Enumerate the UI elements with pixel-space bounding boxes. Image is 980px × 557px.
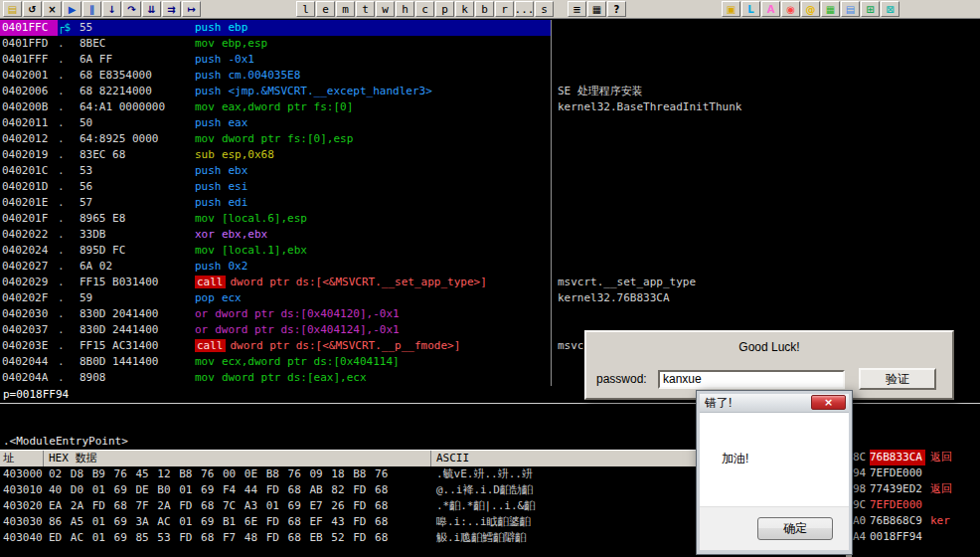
panel-letter-button[interactable]: k: [455, 1, 474, 17]
options-button[interactable]: ≡: [568, 1, 586, 17]
disasm-address: 0402037: [0, 322, 58, 338]
stack-row[interactable]: 94 7EFDE000: [853, 465, 980, 481]
operands: dword ptr fs:[0],esp: [222, 132, 353, 145]
password-input[interactable]: [658, 370, 845, 389]
disasm-row[interactable]: 0402029 . FF15 B031400 calldword ptr ds:…: [0, 275, 980, 290]
stack-comment: [925, 529, 980, 545]
disasm-comment: kernel32.BaseThreadInitThunk: [551, 99, 980, 115]
dump-address-header: 址: [0, 451, 44, 466]
step-over-button[interactable]: ↷: [122, 1, 141, 17]
panel-letter-button[interactable]: t: [356, 1, 375, 17]
panel-letter-button[interactable]: ...: [515, 1, 534, 17]
stack-value: 7EFDE000: [870, 465, 925, 481]
disasm-row[interactable]: 0402019 . 83EC 68 subesp,0x68: [0, 147, 980, 163]
plugin-icon[interactable]: ▦: [821, 1, 840, 17]
plugin-icon[interactable]: ◉: [781, 1, 800, 17]
panel-letter-button[interactable]: w: [376, 1, 395, 17]
plugin-icon[interactable]: ▣: [722, 1, 740, 17]
disasm-analysis-mark: .: [58, 163, 80, 179]
disasm-hex-bytes: 33DB: [80, 227, 195, 243]
close-icon-button[interactable]: ×: [43, 1, 62, 17]
disasm-row[interactable]: 0402024 . 895D FC mov[local.1],ebx: [0, 243, 980, 259]
animate-into-button[interactable]: ⇊: [142, 1, 161, 17]
verify-button[interactable]: 验证: [859, 368, 936, 390]
ok-button[interactable]: 确定: [757, 517, 833, 540]
step-into-button[interactable]: ↓: [102, 1, 121, 17]
disasm-row[interactable]: 0401FFF . 6A FF push-0x1: [0, 52, 980, 68]
disasm-row[interactable]: 040201F . 8965 E8 mov[local.6],esp: [0, 211, 980, 227]
disasm-row[interactable]: 040201E . 57 pushedi: [0, 195, 980, 211]
disasm-row[interactable]: 040201D . 56 pushesi: [0, 179, 980, 195]
stack-row[interactable]: 98 77439ED2 返回: [853, 481, 980, 497]
error-title: 错了!: [700, 395, 732, 412]
mnemonic: mov: [195, 37, 215, 50]
disasm-row[interactable]: 0402027 . 6A 02 push0x2: [0, 259, 980, 275]
plugin-icon[interactable]: @: [801, 1, 820, 17]
panel-letter-button[interactable]: h: [396, 1, 414, 17]
panel-letter-button[interactable]: l: [296, 1, 315, 17]
plugin-icon[interactable]: ⊞: [861, 1, 880, 17]
disasm-address: 040203E: [0, 338, 58, 354]
stack-row[interactable]: 9C 7EFDE000: [853, 497, 980, 513]
operands: esp,0x68: [222, 148, 274, 161]
execute-till-return-button[interactable]: ↦: [182, 1, 201, 17]
disasm-instruction: ordword ptr ds:[0x404120],-0x1: [195, 306, 551, 322]
plugin-icon[interactable]: ⊠: [881, 1, 899, 17]
plugin-icon[interactable]: L: [741, 1, 760, 17]
disasm-row[interactable]: 0402011 . 50 pusheax: [0, 115, 980, 131]
operands: -0x1: [229, 53, 255, 66]
mnemonic: mov: [195, 371, 215, 384]
stack-pane[interactable]: 8C 76B833CA 返回 94 7EFDE000 98 77439ED2 返…: [853, 450, 980, 545]
panel-letter-button[interactable]: r: [495, 1, 514, 17]
disasm-instruction: xorebx,ebx: [195, 227, 551, 243]
disasm-row[interactable]: 0402012 . 64:8925 0000 movdword ptr fs:[…: [0, 131, 980, 147]
stack-comment: 返回: [925, 481, 980, 497]
disasm-hex-bytes: 57: [80, 195, 195, 211]
disasm-analysis-mark: .: [58, 36, 80, 52]
disasm-row[interactable]: 0402022 . 33DB xorebx,ebx: [0, 227, 980, 243]
stack-row[interactable]: 8C 76B833CA 返回: [853, 450, 980, 465]
disasm-row[interactable]: 0401FFC ┌$ 55 pushebp: [0, 20, 980, 36]
error-footer: 确定: [700, 506, 849, 550]
plugin-icon[interactable]: ▤: [841, 1, 860, 17]
disasm-row[interactable]: 0402006 . 68 82214000 push<jmp.&MSVCRT._…: [0, 84, 980, 99]
close-button[interactable]: ×: [811, 395, 846, 410]
pause-button[interactable]: ∥: [82, 1, 101, 17]
panel-letter-button[interactable]: b: [475, 1, 494, 17]
plugin-buttons: ▣ L A ◉ @ ▦ ▤ ⊞ ⊠: [722, 1, 899, 17]
disasm-comment: [551, 52, 980, 68]
help-button[interactable]: ?: [607, 1, 626, 17]
dump-hex-bytes: 02 D8 B9 76 45 12 B8 76 00 0E B8 76 09 1…: [44, 466, 431, 482]
animate-over-button[interactable]: ⇉: [162, 1, 181, 17]
disasm-row[interactable]: 040201C . 53 pushebx: [0, 163, 980, 179]
panel-letter-button[interactable]: c: [415, 1, 434, 17]
disasm-row[interactable]: 040202F . 59 popecx kernel32.76B833CA: [0, 290, 980, 306]
disasm-hex-bytes: FF15 AC31400: [80, 338, 195, 354]
panel-letter-button[interactable]: e: [316, 1, 335, 17]
mnemonic: mov: [195, 355, 215, 368]
operands: eax,dword ptr fs:[0]: [222, 100, 353, 113]
disasm-instruction: push<jmp.&MSVCRT.__except_handler3>: [195, 84, 551, 99]
stack-row[interactable]: A0 76B868C9 ker: [853, 513, 980, 529]
error-title-bar[interactable]: 错了! ×: [700, 394, 849, 413]
stack-address: A4: [853, 529, 870, 545]
panel-letter-button[interactable]: s: [535, 1, 554, 17]
run-button[interactable]: ▶: [63, 1, 82, 17]
operands: [local.1],ebx: [222, 244, 307, 257]
open-file-button[interactable]: ▤: [3, 1, 22, 17]
stack-row[interactable]: A4 0018FF94: [853, 529, 980, 545]
disasm-row[interactable]: 0402030 . 830D 2041400 ordword ptr ds:[0…: [0, 306, 980, 322]
disasm-comment: [551, 36, 980, 52]
disasm-row[interactable]: 040200B . 64:A1 0000000 moveax,dword ptr…: [0, 99, 980, 115]
restart-button[interactable]: ↺: [23, 1, 42, 17]
plugin-icon[interactable]: A: [761, 1, 780, 17]
disasm-row[interactable]: 0402001 . 68 E8354000 pushcm.004035E8: [0, 68, 980, 84]
windows-button[interactable]: ▦: [587, 1, 606, 17]
panel-letter-button[interactable]: p: [435, 1, 454, 17]
disasm-row[interactable]: 0401FFD . 8BEC movebp,esp: [0, 36, 980, 52]
disasm-address: 040201F: [0, 211, 58, 227]
disasm-address: 0401FFD: [0, 36, 58, 52]
disasm-analysis-mark: .: [58, 290, 80, 306]
password-row: passwod: 验证: [596, 368, 944, 390]
panel-letter-button[interactable]: m: [336, 1, 355, 17]
